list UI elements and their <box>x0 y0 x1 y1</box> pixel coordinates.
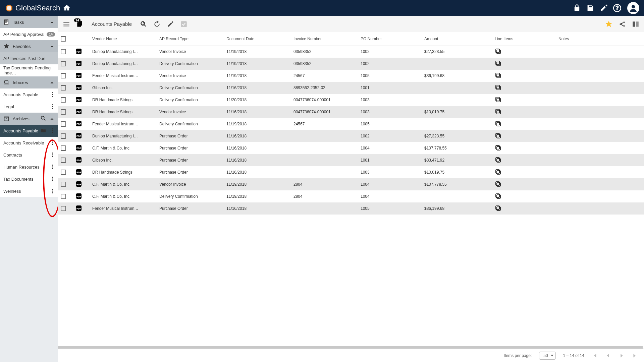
cell-lines[interactable] <box>492 190 556 202</box>
table-row[interactable]: C.F. Martin & Co, Inc.Vendor Invoice11/1… <box>58 178 644 190</box>
doc-type-icon[interactable] <box>73 202 90 215</box>
table-row[interactable]: Fender Musical Instrum…Vendor Invoice11/… <box>58 70 644 82</box>
cell-lines[interactable] <box>492 82 556 94</box>
sidebar-item-archive[interactable]: Tax Documents <box>0 173 58 185</box>
storage-icon[interactable] <box>586 4 594 12</box>
cell-lines[interactable] <box>492 118 556 130</box>
more-icon[interactable] <box>50 176 56 182</box>
sidebar-section-inboxes[interactable]: Inboxes <box>0 76 58 88</box>
table-row[interactable]: Fender Musical Instrum…Delivery Confirma… <box>58 118 644 130</box>
cell-lines[interactable] <box>492 202 556 215</box>
sidebar-item-archive[interactable]: Human Resources <box>0 161 58 173</box>
doc-type-icon[interactable] <box>73 82 90 94</box>
doc-type-icon[interactable] <box>73 118 90 130</box>
table-row[interactable]: Fender Musical Instrum…Purchase Order11/… <box>58 202 644 215</box>
table-row[interactable]: DR Handmade StringsPurchase Order11/16/2… <box>58 166 644 178</box>
cell-lines[interactable] <box>492 70 556 82</box>
more-icon[interactable] <box>50 92 56 98</box>
row-checkbox[interactable] <box>58 58 73 70</box>
row-checkbox[interactable] <box>58 130 73 142</box>
more-icon[interactable] <box>50 152 56 158</box>
doc-type-icon[interactable] <box>73 70 90 82</box>
table-row[interactable]: Gibson Inc.Delivery Confirmation11/16/20… <box>58 82 644 94</box>
col-rectype[interactable]: AP Record Type <box>157 32 224 46</box>
doc-type-icon[interactable] <box>73 94 90 106</box>
table-row[interactable]: Dunlop Manufacturing I…Purchase Order11/… <box>58 130 644 142</box>
row-checkbox[interactable] <box>58 178 73 190</box>
sidebar-item-archive[interactable]: Accounts Receivable <box>0 137 58 149</box>
col-vendor[interactable]: Vendor Name <box>90 32 157 46</box>
first-page-icon[interactable] <box>592 353 598 359</box>
search-refresh-icon[interactable] <box>140 20 147 28</box>
search-icon[interactable] <box>40 115 46 122</box>
table-row[interactable]: DR Handmade StringsVendor Invoice11/16/2… <box>58 106 644 118</box>
col-invno[interactable]: Invoice Number <box>291 32 358 46</box>
col-notes[interactable]: Notes <box>556 32 644 46</box>
table-row[interactable]: Gibson Inc.Purchase Order11/16/20181001$… <box>58 154 644 166</box>
sidebar-item-archive[interactable]: Contracts <box>0 149 58 161</box>
table-row[interactable]: C.F. Martin & Co, Inc.Delivery Confirmat… <box>58 190 644 202</box>
horizontal-scrollbar[interactable] <box>58 346 643 349</box>
row-checkbox[interactable] <box>58 46 73 58</box>
sidebar-item-ap-invoices[interactable]: AP Invoices Past Due <box>0 52 58 64</box>
sidebar-item-tax-docs-pending[interactable]: Tax Documents Pending Inde… <box>0 64 58 76</box>
doc-type-icon[interactable] <box>73 46 90 58</box>
row-checkbox[interactable] <box>58 118 73 130</box>
doc-type-icon[interactable] <box>73 106 90 118</box>
cell-lines[interactable] <box>492 46 556 58</box>
doc-type-icon[interactable] <box>73 178 90 190</box>
home-icon[interactable] <box>63 4 71 12</box>
more-icon[interactable] <box>50 140 56 146</box>
sidebar-item-ap-pending[interactable]: AP Pending Approval 14 <box>0 28 58 40</box>
lock-icon[interactable] <box>573 4 581 12</box>
doc-type-icon[interactable] <box>73 166 90 178</box>
sidebar-section-tasks[interactable]: Tasks <box>0 16 58 28</box>
more-icon[interactable] <box>50 104 56 110</box>
row-checkbox[interactable] <box>58 70 73 82</box>
more-icon[interactable] <box>50 164 56 170</box>
favorite-icon[interactable] <box>605 20 612 28</box>
cell-lines[interactable] <box>492 142 556 154</box>
prev-page-icon[interactable] <box>605 353 611 359</box>
row-checkbox[interactable] <box>58 154 73 166</box>
more-icon[interactable] <box>50 128 56 134</box>
more-icon[interactable] <box>50 188 56 194</box>
col-docdate[interactable]: Document Date <box>224 32 291 46</box>
columns-icon[interactable] <box>632 20 639 28</box>
table-row[interactable]: DR Handmade StringsDelivery Confirmation… <box>58 94 644 106</box>
row-checkbox[interactable] <box>58 142 73 154</box>
col-lines[interactable]: Line Items <box>492 32 556 46</box>
multidoc-icon[interactable]: 14 <box>76 20 84 28</box>
table-row[interactable]: C.F. Martin & Co, Inc.Purchase Order11/1… <box>58 142 644 154</box>
sidebar-item-archive[interactable]: Accounts Payable <box>0 125 58 137</box>
sidebar-section-archives[interactable]: Archives <box>0 113 58 125</box>
sidebar-item-archive[interactable]: Wellness <box>0 185 58 197</box>
select-all-header[interactable] <box>58 32 73 46</box>
cell-lines[interactable] <box>492 154 556 166</box>
next-page-icon[interactable] <box>619 353 625 359</box>
refresh-icon[interactable] <box>153 20 161 28</box>
cell-lines[interactable] <box>492 94 556 106</box>
cell-lines[interactable] <box>492 58 556 70</box>
cell-lines[interactable] <box>492 130 556 142</box>
sidebar-item-inbox-legal[interactable]: Legal <box>0 101 58 113</box>
edit-icon[interactable] <box>167 20 174 28</box>
row-checkbox[interactable] <box>58 94 73 106</box>
share-icon[interactable] <box>619 20 626 28</box>
cell-lines[interactable] <box>492 166 556 178</box>
sidebar-item-inbox-ap[interactable]: Accounts Payable <box>0 88 58 101</box>
cell-lines[interactable] <box>492 106 556 118</box>
compose-icon[interactable] <box>600 4 608 12</box>
menu-icon[interactable] <box>63 20 70 28</box>
last-page-icon[interactable] <box>632 353 638 359</box>
doc-type-icon[interactable] <box>73 58 90 70</box>
row-checkbox[interactable] <box>58 82 73 94</box>
sidebar-section-favorites[interactable]: Favorites <box>0 40 58 52</box>
table-row[interactable]: Dunlop Manufacturing I…Delivery Confirma… <box>58 58 644 70</box>
doc-type-icon[interactable] <box>73 154 90 166</box>
col-pono[interactable]: PO Number <box>358 32 422 46</box>
help-icon[interactable] <box>613 4 621 12</box>
col-amount[interactable]: Amount <box>422 32 492 46</box>
row-checkbox[interactable] <box>58 190 73 202</box>
page-size-select[interactable]: 50 <box>539 352 555 360</box>
